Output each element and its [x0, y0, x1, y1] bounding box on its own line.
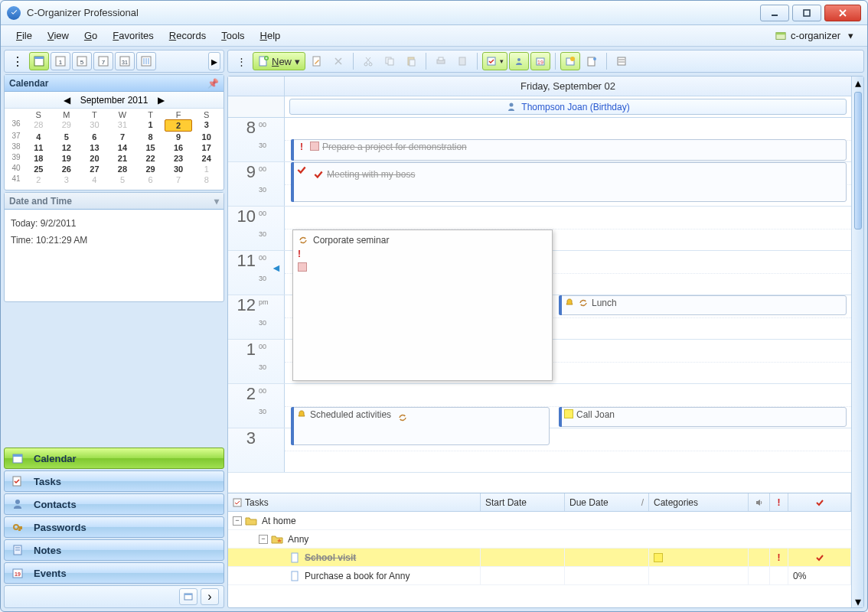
mini-day[interactable]: 29 [136, 164, 165, 174]
calendar-event[interactable]: Lunch [560, 295, 847, 315]
mini-day[interactable]: 15 [136, 142, 165, 153]
mini-day[interactable]: 7 [165, 174, 193, 185]
toolbar-overflow-left[interactable]: ⋮ [8, 52, 28, 70]
calendar-event[interactable]: Meeting with my boss [292, 162, 847, 202]
calendar-event[interactable]: Call Joan [560, 407, 847, 427]
menu-ile[interactable]: File [8, 28, 40, 43]
categories-button[interactable] [582, 52, 602, 70]
mini-day[interactable]: 16 [165, 142, 193, 153]
month-next-button[interactable]: ▶ [154, 94, 168, 106]
menu-ecords[interactable]: Records [162, 28, 214, 43]
menu-elp[interactable]: Help [253, 28, 289, 43]
nav-config-button[interactable] [179, 588, 197, 605]
tasks-col-alarm[interactable] [749, 493, 770, 511]
task-group-row[interactable]: − At home [228, 512, 851, 530]
cut-button[interactable] [358, 52, 378, 70]
print-button[interactable] [431, 52, 451, 70]
mini-day[interactable]: 18 [24, 153, 53, 164]
scroll-up-button[interactable]: ▴ [852, 76, 863, 89]
mini-day[interactable]: 17 [192, 142, 220, 153]
copy-button[interactable] [380, 52, 400, 70]
tasks-col-due[interactable]: Due Date/ [565, 493, 649, 511]
sidebar-item-calendar[interactable]: Calendar [4, 448, 224, 469]
mini-day[interactable]: 13 [80, 142, 109, 153]
tree-toggle[interactable]: − [233, 516, 242, 526]
menu-avorites[interactable]: Favorites [105, 28, 161, 43]
mini-day[interactable]: 28 [24, 119, 53, 132]
tasks-col-title[interactable]: Tasks [228, 493, 481, 511]
mini-day[interactable]: 11 [24, 142, 53, 153]
vertical-scrollbar[interactable]: ▴ ▾ [851, 76, 863, 607]
mini-day[interactable]: 2 [165, 119, 193, 132]
sidebar-item-notes[interactable]: Notes [4, 539, 224, 561]
view-day-button[interactable]: 1 [51, 52, 70, 70]
menu-o[interactable]: Go [77, 28, 105, 43]
mini-day[interactable]: 8 [136, 132, 165, 142]
mini-day[interactable]: 24 [192, 153, 220, 164]
view-month-button[interactable]: 31 [115, 52, 135, 70]
mini-day[interactable]: 4 [24, 132, 53, 142]
mini-day[interactable]: 2 [24, 174, 53, 185]
time-grid[interactable]: 800309003010003011003012pm3010030200303◄… [228, 118, 851, 493]
view-year-button[interactable] [136, 52, 156, 70]
mini-day[interactable]: 30 [80, 119, 109, 132]
task-row[interactable]: Purchase a book for Anny 0% [228, 567, 851, 585]
mini-day[interactable]: 27 [80, 164, 109, 174]
mini-day[interactable]: 7 [109, 132, 137, 142]
toolbar-grip[interactable]: ⋮ [231, 52, 251, 70]
mini-day[interactable]: 1 [136, 119, 165, 132]
view-agenda-button[interactable] [29, 52, 49, 70]
mini-day[interactable]: 30 [165, 164, 193, 174]
filter-events-button[interactable]: 19 [530, 52, 550, 70]
mini-day[interactable]: 6 [136, 174, 165, 185]
mini-day[interactable]: 3 [53, 174, 81, 185]
mini-day[interactable]: 23 [165, 153, 193, 164]
pin-icon[interactable]: 📌 [207, 78, 219, 89]
mini-day[interactable]: 3 [192, 119, 220, 132]
scroll-down-button[interactable]: ▾ [852, 595, 863, 607]
calendar-event[interactable]: !Prepare a project for demonstration [292, 139, 847, 161]
close-button[interactable] [824, 5, 861, 21]
mini-day[interactable]: 5 [53, 132, 81, 142]
mini-day[interactable]: 29 [53, 119, 81, 132]
mini-day[interactable]: 4 [80, 174, 109, 185]
mini-day[interactable]: 8 [192, 174, 220, 185]
menu-ools[interactable]: Tools [214, 28, 252, 43]
maximize-button[interactable] [792, 5, 821, 21]
mini-day[interactable]: 6 [80, 132, 109, 142]
view-week-button[interactable]: 7 [93, 52, 113, 70]
mini-day[interactable]: 9 [165, 132, 193, 142]
calendar-event[interactable]: Scheduled activities [292, 407, 550, 445]
tasks-col-priority[interactable]: ! [770, 493, 788, 511]
sidebar-item-contacts[interactable]: Contacts [4, 493, 224, 515]
nav-expand-button[interactable]: › [201, 588, 219, 605]
mini-day[interactable]: 28 [109, 164, 137, 174]
mini-day[interactable]: 31 [109, 119, 137, 132]
menu-iew[interactable]: View [40, 28, 77, 43]
list-view-button[interactable] [612, 52, 631, 70]
edit-button[interactable] [307, 52, 327, 70]
mini-day[interactable]: 1 [192, 164, 220, 174]
allday-event[interactable]: Thompson Joan (Birthday) [289, 99, 847, 115]
view-workweek-button[interactable]: 5 [72, 52, 92, 70]
database-selector[interactable]: c-organizer ▾ [769, 28, 860, 43]
scrollbar-thumb[interactable] [854, 92, 862, 230]
delete-button[interactable] [328, 52, 348, 70]
new-button[interactable]: New ▾ [253, 52, 305, 70]
task-row[interactable]: School visit ! [228, 549, 851, 567]
mini-day[interactable]: 26 [53, 164, 81, 174]
mini-day[interactable]: 5 [109, 174, 137, 185]
toolbar-overflow-button[interactable]: ▸ [208, 52, 220, 70]
mini-day[interactable]: 25 [24, 164, 53, 174]
mini-day[interactable]: 20 [80, 153, 109, 164]
clipboard-button[interactable] [452, 52, 472, 70]
chevron-down-icon[interactable]: ▾ [214, 196, 219, 207]
month-label[interactable]: September 2011 [80, 95, 148, 106]
mini-day[interactable]: 14 [109, 142, 137, 153]
mini-day[interactable]: 12 [53, 142, 81, 153]
task-group-row[interactable]: − Anny [228, 530, 851, 549]
sidebar-item-tasks[interactable]: Tasks [4, 470, 224, 492]
filter-tasks-button[interactable]: ▾ [482, 52, 507, 70]
tasks-col-start[interactable]: Start Date [481, 493, 565, 511]
mini-day[interactable]: 21 [109, 153, 137, 164]
